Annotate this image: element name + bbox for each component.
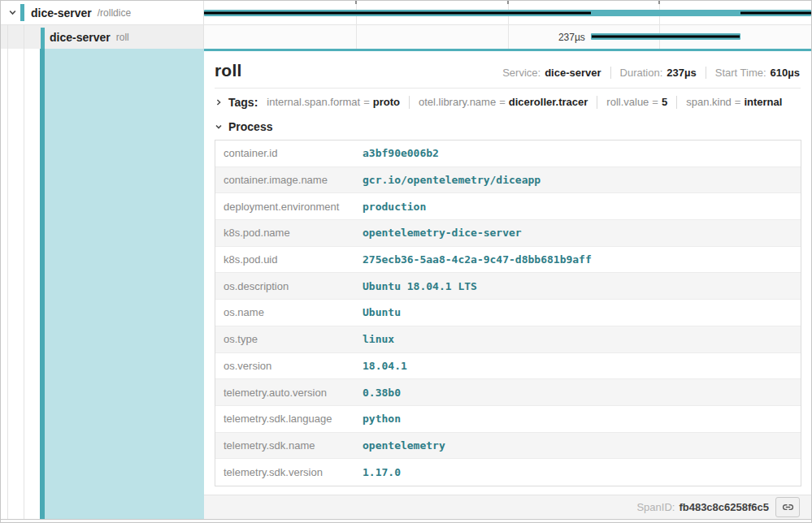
indent-guide — [24, 49, 24, 519]
process-value: 1.17.0 — [363, 466, 401, 478]
detail-left-rail — [1, 49, 204, 519]
indent-guide — [24, 25, 24, 49]
divider — [676, 96, 677, 109]
detail-header: roll Service: dice-server Duration: 237µ… — [204, 51, 811, 88]
start-time-label: Start Time: — [715, 67, 766, 79]
span-row-roll[interactable]: dice-server roll 237µs — [1, 25, 811, 49]
process-key: k8s.pod.uid — [215, 253, 363, 266]
service-name: dice-server — [31, 6, 92, 19]
service-color-bar — [41, 28, 45, 49]
process-value: gcr.io/opentelemetry/diceapp — [363, 174, 541, 186]
divider — [597, 96, 597, 109]
table-row: os.typelinux — [215, 326, 801, 353]
table-row: k8s.pod.nameopentelemetry-dice-server — [215, 220, 801, 247]
process-key: telemetry.sdk.name — [215, 439, 363, 452]
process-value: Ubuntu — [363, 306, 401, 318]
critical-path-segment-0 — [204, 12, 591, 15]
span-detail-card: roll Service: dice-server Duration: 237µ… — [204, 49, 811, 519]
duration-label: Duration: — [620, 67, 663, 79]
process-key: telemetry.sdk.version — [215, 466, 363, 478]
tags-toggle-button[interactable]: Tags: — [215, 96, 258, 109]
tag-equals: = — [732, 96, 745, 108]
process-toggle-button[interactable]: Process — [215, 120, 272, 133]
process-key: os.type — [215, 333, 363, 345]
process-value: a3bf90e006b2 — [363, 147, 439, 159]
service-name: dice-server — [50, 31, 111, 44]
tag-equals: = — [496, 96, 509, 108]
trace-view: dice-server /rolldice dice-server roll 2… — [0, 0, 812, 523]
chevron-down-icon — [8, 8, 17, 17]
tag-key: internal.span.format — [267, 96, 360, 108]
table-row: telemetry.sdk.languagepython — [215, 406, 801, 433]
operation-name: /rolldice — [98, 7, 131, 19]
spanid-label: SpanID: — [636, 501, 675, 513]
process-key: telemetry.auto.version — [215, 387, 363, 399]
process-value: 0.38b0 — [363, 387, 401, 399]
duration-value: 237µs — [667, 67, 696, 79]
divider — [409, 96, 410, 109]
table-row: os.descriptionUbuntu 18.04.1 LTS — [215, 273, 801, 300]
process-value: 18.04.1 — [363, 360, 407, 372]
process-value: python — [363, 413, 401, 425]
parent-span-bar[interactable] — [204, 10, 811, 16]
tag-value: internal — [744, 96, 782, 108]
critical-path-segment-1 — [740, 12, 811, 15]
collapse-children-button[interactable] — [6, 6, 19, 19]
spanid-value: fb483c8c6258f6c5 — [679, 501, 769, 513]
bottom-border-strip — [1, 519, 811, 522]
tag-item: span.kind = internal — [686, 96, 782, 108]
tag-item: internal.span.format = proto — [267, 96, 400, 108]
process-key: container.image.name — [215, 174, 363, 186]
process-key: os.description — [215, 280, 363, 292]
critical-path-full — [592, 36, 740, 38]
divider — [610, 67, 611, 79]
span-row-rolldice[interactable]: dice-server /rolldice — [1, 1, 811, 25]
service-label: Service: — [502, 67, 541, 79]
start-time-value: 610µs — [771, 67, 800, 79]
table-row: container.image.namegcr.io/opentelemetry… — [215, 167, 801, 194]
service-color-bar — [20, 4, 24, 21]
table-row: os.nameUbuntu — [215, 300, 801, 326]
tag-value: proto — [373, 96, 400, 108]
process-key: deployment.environment — [215, 201, 363, 213]
table-row: telemetry.auto.version0.38b0 — [215, 379, 801, 406]
tag-equals: = — [360, 96, 373, 108]
span-duration-label: 237µs — [558, 32, 591, 43]
operation-name: roll — [116, 32, 129, 43]
copy-span-link-button[interactable] — [775, 497, 800, 517]
link-icon — [782, 501, 794, 513]
tag-key: span.kind — [686, 96, 732, 108]
spacer — [204, 486, 811, 495]
table-row: telemetry.sdk.version1.17.0 — [215, 459, 801, 486]
tag-equals: = — [649, 96, 662, 108]
tag-item: roll.value = 5 — [606, 96, 667, 108]
span-overview: Service: dice-server Duration: 237µs Sta… — [502, 67, 800, 79]
tag-key: roll.value — [606, 96, 649, 108]
table-row: deployment.environmentproduction — [215, 193, 801, 220]
tags-label: Tags: — [228, 96, 258, 109]
tag-key: otel.library.name — [419, 96, 496, 108]
span-name-cell-roll[interactable]: dice-server roll — [1, 25, 204, 49]
process-value: 275ecb36-5aa8-4c2a-9c47-d8bb681b9aff — [363, 253, 592, 266]
process-section: Process — [204, 115, 811, 137]
span-detail-row: roll Service: dice-server Duration: 237µ… — [1, 49, 811, 519]
service-value: dice-server — [545, 67, 601, 79]
child-span-bar[interactable] — [591, 33, 741, 40]
indent-guide — [7, 49, 8, 519]
tag-item: otel.library.name = diceroller.tracer — [419, 96, 588, 108]
chevron-down-icon — [215, 123, 223, 131]
tags-section: Tags: internal.span.format = proto otel.… — [204, 89, 811, 115]
process-value: linux — [363, 333, 394, 345]
process-value: Ubuntu 18.04.1 LTS — [363, 280, 477, 292]
span-name-cell-rolldice[interactable]: dice-server /rolldice — [1, 1, 204, 24]
timeline-row-rolldice — [204, 1, 811, 24]
timeline-row-roll: 237µs — [204, 25, 811, 49]
process-value: opentelemetry — [363, 439, 445, 452]
process-value: opentelemetry-dice-server — [363, 227, 522, 239]
process-label: Process — [228, 120, 272, 133]
divider — [706, 67, 706, 79]
table-row: k8s.pod.uid275ecb36-5aa8-4c2a-9c47-d8bb6… — [215, 247, 801, 274]
process-key: os.version — [215, 360, 363, 372]
table-row: os.version18.04.1 — [215, 353, 801, 380]
process-key: container.id — [215, 147, 363, 159]
